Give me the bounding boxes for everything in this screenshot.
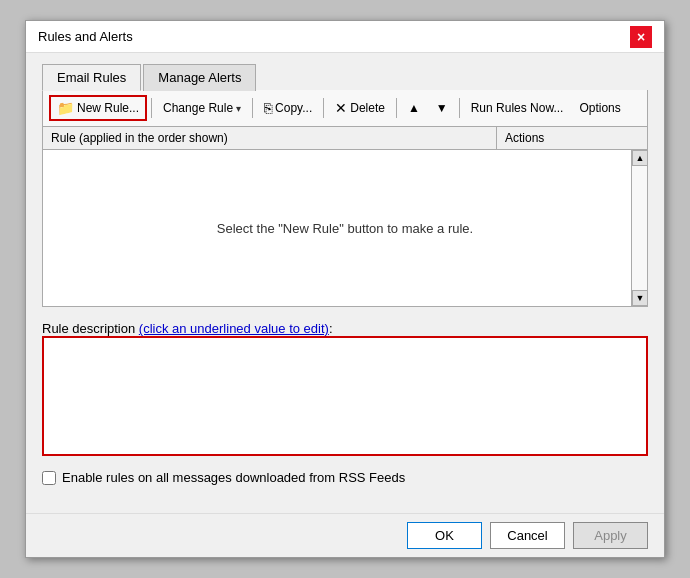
rule-description-box[interactable] <box>42 336 648 456</box>
rules-table: Rule (applied in the order shown) Action… <box>42 127 648 307</box>
new-rule-icon: 📁 <box>57 100 74 116</box>
change-rule-button[interactable]: Change Rule ▾ <box>156 97 248 119</box>
dialog-title: Rules and Alerts <box>38 29 133 44</box>
ok-button[interactable]: OK <box>407 522 482 549</box>
underlined-value-link[interactable]: (click an underlined value to edit) <box>139 321 329 336</box>
copy-icon: ⎘ <box>264 100 272 116</box>
tab-manage-alerts[interactable]: Manage Alerts <box>143 64 256 91</box>
toolbar: 📁 New Rule... Change Rule ▾ ⎘ Copy... ✕ … <box>42 90 648 127</box>
dialog-body: Email Rules Manage Alerts 📁 New Rule... … <box>26 53 664 497</box>
new-rule-button[interactable]: 📁 New Rule... <box>49 95 147 121</box>
col-header-actions: Actions <box>497 127 647 149</box>
delete-icon: ✕ <box>335 100 347 116</box>
rule-description-label: Rule description (click an underlined va… <box>42 321 333 336</box>
bottom-buttons-bar: OK Cancel Apply <box>26 513 664 557</box>
delete-button[interactable]: ✕ Delete <box>328 96 392 120</box>
rss-feeds-checkbox-row: Enable rules on all messages downloaded … <box>42 470 648 485</box>
rules-scrollbar[interactable]: ▲ ▼ <box>631 150 647 306</box>
options-button[interactable]: Options <box>572 97 627 119</box>
toolbar-separator-5 <box>459 98 460 118</box>
run-rules-button[interactable]: Run Rules Now... <box>464 97 571 119</box>
tab-bar: Email Rules Manage Alerts <box>42 63 648 90</box>
scroll-down-arrow[interactable]: ▼ <box>632 290 648 306</box>
close-button[interactable]: × <box>630 26 652 48</box>
copy-button[interactable]: ⎘ Copy... <box>257 96 319 120</box>
toolbar-separator-1 <box>151 98 152 118</box>
col-header-rule: Rule (applied in the order shown) <box>43 127 497 149</box>
toolbar-separator-3 <box>323 98 324 118</box>
rss-feeds-checkbox[interactable] <box>42 471 56 485</box>
apply-button[interactable]: Apply <box>573 522 648 549</box>
cancel-button[interactable]: Cancel <box>490 522 565 549</box>
move-down-button[interactable]: ▼ <box>429 97 455 119</box>
tab-email-rules[interactable]: Email Rules <box>42 64 141 91</box>
scroll-track <box>632 166 647 290</box>
change-rule-dropdown-icon: ▾ <box>236 103 241 114</box>
rss-feeds-label: Enable rules on all messages downloaded … <box>62 470 405 485</box>
toolbar-separator-2 <box>252 98 253 118</box>
title-bar: Rules and Alerts × <box>26 21 664 53</box>
rules-table-header: Rule (applied in the order shown) Action… <box>43 127 647 150</box>
rules-and-alerts-dialog: Rules and Alerts × Email Rules Manage Al… <box>25 20 665 558</box>
rule-description-section: Rule description (click an underlined va… <box>42 321 648 456</box>
toolbar-separator-4 <box>396 98 397 118</box>
scroll-up-arrow[interactable]: ▲ <box>632 150 648 166</box>
rules-table-body: Select the "New Rule" button to make a r… <box>43 150 647 306</box>
rules-empty-message: Select the "New Rule" button to make a r… <box>217 221 473 236</box>
move-up-button[interactable]: ▲ <box>401 97 427 119</box>
